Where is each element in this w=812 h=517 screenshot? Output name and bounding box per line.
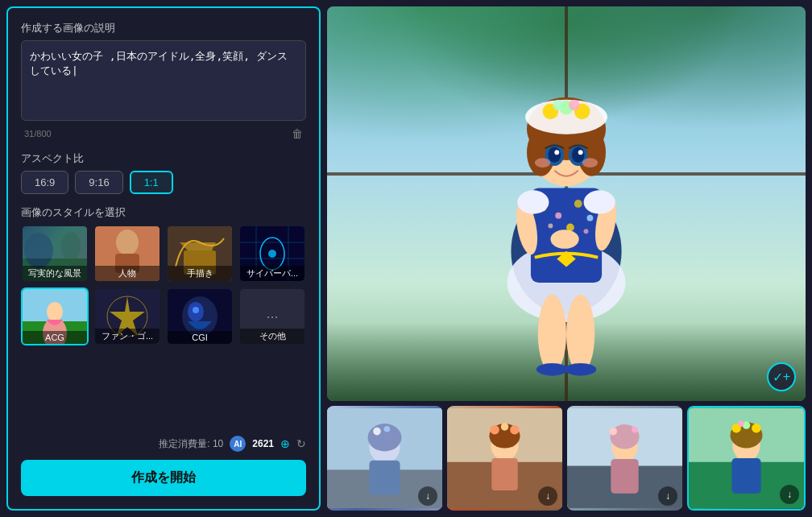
anime-scene <box>327 6 806 401</box>
svg-point-34 <box>548 224 553 229</box>
left-panel: 作成する画像の説明 かわいい女の子 ,日本のアイドル,全身,笑顔, ダンスしてい… <box>6 6 321 511</box>
svg-point-60 <box>536 363 568 376</box>
style-person-label: 人物 <box>95 266 160 281</box>
thumbnail-3[interactable]: ↓ <box>567 406 682 511</box>
thumb-download-4[interactable]: ↓ <box>780 485 799 504</box>
style-handdrawn[interactable]: 手描き <box>166 225 234 283</box>
svg-point-62 <box>517 190 549 213</box>
thumbnail-4[interactable]: ↓ <box>687 406 806 511</box>
consumption-label: 推定消費量: 10 <box>159 437 223 451</box>
thumb-download-1[interactable]: ↓ <box>418 486 437 506</box>
style-fanart-label: ファン・ゴ... <box>95 329 160 344</box>
svg-point-56 <box>535 158 551 168</box>
style-other-label: その他 <box>240 329 304 344</box>
prompt-label: 作成する画像の説明 <box>21 21 306 35</box>
svg-point-59 <box>566 295 594 374</box>
style-handdrawn-label: 手描き <box>168 266 232 281</box>
svg-rect-4 <box>23 226 87 258</box>
main-image: ✓+ <box>327 6 806 401</box>
prompt-input[interactable]: かわいい女の子 ,日本のアイドル,全身,笑顔, ダンスしている| <box>21 40 306 121</box>
style-other[interactable]: ··· その他 <box>238 287 306 345</box>
svg-point-54 <box>554 150 559 155</box>
svg-point-88 <box>632 427 638 433</box>
svg-point-71 <box>384 426 391 432</box>
svg-rect-86 <box>611 459 638 494</box>
svg-point-6 <box>116 230 139 255</box>
svg-point-53 <box>572 147 585 163</box>
plus-icon[interactable]: ⊕ <box>280 437 290 450</box>
aspect-16-9[interactable]: 16:9 <box>21 171 68 194</box>
style-label: 画像のスタイルを選択 <box>21 205 306 220</box>
svg-point-48 <box>553 100 564 111</box>
style-cyber[interactable]: サイバーパ... <box>238 225 306 283</box>
thumb-download-3[interactable]: ↓ <box>658 486 677 506</box>
svg-point-97 <box>752 424 760 432</box>
svg-point-36 <box>584 229 589 234</box>
prompt-count: 31/800 <box>24 129 52 139</box>
svg-rect-77 <box>491 458 517 490</box>
svg-point-32 <box>574 200 582 208</box>
consumption-row: 推定消費量: 10 AI 2621 ⊕ ↻ <box>21 436 306 452</box>
svg-point-78 <box>490 425 499 434</box>
credit-value: 2621 <box>252 438 274 449</box>
style-cgi[interactable]: CGI <box>166 287 234 345</box>
style-person[interactable]: 人物 <box>93 225 161 283</box>
style-grid: 写実的な風景 人物 <box>21 225 306 345</box>
svg-point-31 <box>555 213 561 219</box>
svg-point-26 <box>193 307 199 313</box>
svg-point-55 <box>578 150 583 155</box>
aspect-1-1[interactable]: 1:1 <box>130 171 173 194</box>
svg-point-39 <box>550 230 578 249</box>
anime-character <box>448 6 685 401</box>
generate-button[interactable]: 作成を開始 <box>21 460 306 496</box>
svg-rect-69 <box>369 461 400 495</box>
svg-point-63 <box>584 190 615 213</box>
svg-point-98 <box>738 420 744 427</box>
ai-badge: AI <box>230 436 246 452</box>
style-acg[interactable]: ACG <box>21 287 89 345</box>
check-icon: ✓ <box>773 370 783 385</box>
style-fanart[interactable]: ファン・ゴ... <box>93 287 161 345</box>
style-landscape-label: 写実的な風景 <box>23 266 87 281</box>
svg-point-79 <box>501 423 509 431</box>
style-other-dots: ··· <box>266 308 278 325</box>
prompt-section: 作成する画像の説明 かわいい女の子 ,日本のアイドル,全身,笑顔, ダンスしてい… <box>21 21 306 140</box>
svg-point-87 <box>609 428 617 436</box>
svg-point-33 <box>586 215 593 221</box>
aspect-label: アスペクト比 <box>21 151 306 166</box>
thumb-download-2[interactable]: ↓ <box>538 486 557 506</box>
thumbnail-row: ↓ ↓ <box>327 406 806 511</box>
check-badge[interactable]: ✓+ <box>767 362 796 391</box>
bottom-controls: 推定消費量: 10 AI 2621 ⊕ ↻ 作成を開始 <box>21 436 306 496</box>
style-landscape[interactable]: 写実的な風景 <box>21 225 89 283</box>
svg-point-16 <box>268 250 276 258</box>
clear-button[interactable]: 🗑 <box>292 127 303 140</box>
svg-rect-94 <box>731 458 760 494</box>
aspect-section: アスペクト比 16:9 9:16 1:1 <box>21 151 306 194</box>
aspect-9-16[interactable]: 9:16 <box>75 171 122 194</box>
svg-point-61 <box>565 363 596 376</box>
refresh-icon[interactable]: ↻ <box>296 437 306 450</box>
right-panel: ✓+ ↓ <box>327 0 812 517</box>
svg-point-20 <box>47 302 63 321</box>
style-section: 画像のスタイルを選択 写実的な風景 <box>21 205 306 345</box>
svg-point-49 <box>569 100 580 111</box>
thumbnail-2[interactable]: ↓ <box>447 406 562 511</box>
svg-point-80 <box>510 425 519 434</box>
svg-point-58 <box>538 295 566 374</box>
svg-point-52 <box>548 147 561 163</box>
thumbnail-1[interactable]: ↓ <box>327 406 442 511</box>
svg-point-57 <box>582 158 599 168</box>
style-acg-label: ACG <box>23 331 87 344</box>
style-cyber-label: サイバーパ... <box>240 266 304 281</box>
aspect-buttons: 16:9 9:16 1:1 <box>21 171 306 194</box>
svg-point-70 <box>373 428 381 436</box>
style-cgi-label: CGI <box>168 331 232 344</box>
